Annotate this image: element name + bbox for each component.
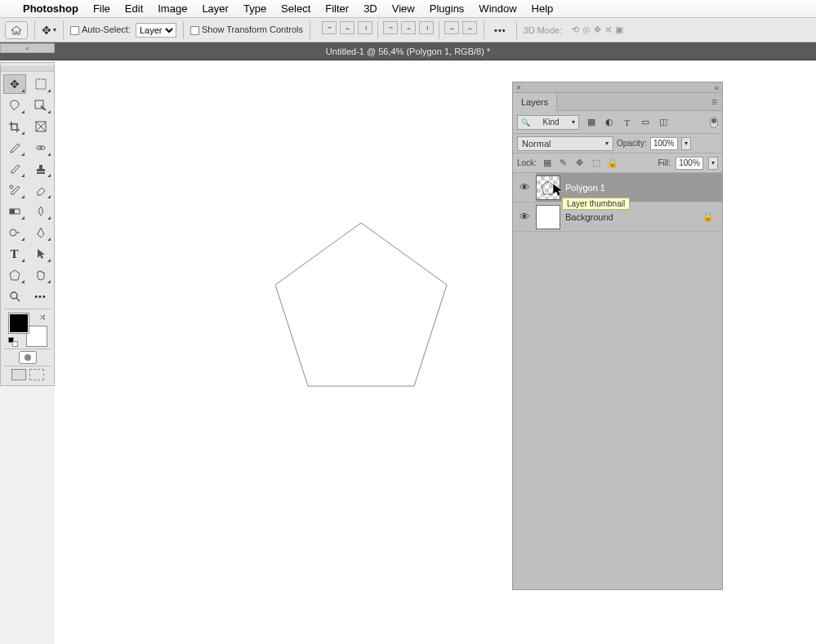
stamp-tool[interactable]	[29, 159, 52, 179]
marquee-tool[interactable]	[29, 74, 52, 94]
screen-mode[interactable]	[1, 369, 54, 380]
tooltip: Layer thumbnail	[562, 198, 630, 210]
panel-header[interactable]: × »	[513, 82, 722, 93]
blend-mode-dropdown[interactable]: Normal ▾	[517, 136, 613, 151]
menu-window[interactable]: Window	[479, 2, 516, 15]
document-title[interactable]: Untitled-1 @ 56,4% (Polygon 1, RGB/8) *	[326, 47, 490, 56]
menu-plugins[interactable]: Plugins	[430, 2, 465, 15]
hand-tool[interactable]	[29, 265, 52, 285]
auto-select-dropdown[interactable]: Layer	[136, 23, 176, 38]
edit-toolbar[interactable]: •••	[29, 286, 52, 306]
menu-filter[interactable]: Filter	[325, 2, 349, 15]
align-center-h-icon[interactable]: ⫠	[340, 21, 354, 34]
auto-select-checkbox[interactable]: Auto-Select:	[70, 24, 131, 35]
lock-position-icon[interactable]: ✥	[574, 158, 586, 169]
opacity-input[interactable]: 100%	[650, 137, 678, 150]
menu-layer[interactable]: Layer	[202, 2, 229, 15]
selection-tool[interactable]	[29, 95, 52, 115]
3d-roll-icon[interactable]: ◎	[582, 24, 591, 35]
opacity-dropdown-icon[interactable]: ▾	[681, 137, 691, 150]
filter-pixel-icon[interactable]: ▦	[585, 116, 597, 128]
swap-colors-icon[interactable]: ⤭	[39, 313, 46, 322]
dodge-tool[interactable]	[3, 223, 26, 242]
lock-artboard-icon[interactable]: ⬚	[591, 158, 602, 169]
align-top-icon[interactable]: ⫟	[383, 21, 398, 34]
close-icon[interactable]: ×	[516, 83, 521, 92]
layers-tab-label: Layers	[521, 97, 548, 107]
tools-header[interactable]	[1, 66, 54, 72]
visibility-icon[interactable]: 👁	[513, 173, 536, 202]
crop-tool[interactable]	[3, 117, 26, 136]
lock-all-icon[interactable]: 🔒	[607, 158, 618, 169]
layer-name[interactable]: Background	[565, 212, 613, 222]
svg-point-12	[10, 229, 16, 236]
menu-type[interactable]: Type	[243, 2, 266, 15]
gradient-tool[interactable]	[3, 202, 26, 221]
type-tool[interactable]: T	[3, 244, 26, 264]
zoom-tool[interactable]	[3, 286, 26, 306]
menu-3d[interactable]: 3D	[363, 2, 377, 15]
history-brush-tool[interactable]	[3, 180, 26, 200]
filter-adjust-icon[interactable]: ◐	[603, 116, 615, 128]
move-tool[interactable]: ✥	[3, 74, 26, 94]
shape-tool[interactable]	[3, 265, 26, 285]
eraser-tool[interactable]	[29, 180, 52, 200]
menu-edit[interactable]: Edit	[125, 2, 143, 15]
lock-transparency-icon[interactable]: ▦	[542, 158, 553, 169]
foreground-color[interactable]	[8, 313, 29, 334]
filter-smart-icon[interactable]: ◫	[657, 116, 669, 128]
pen-tool[interactable]	[29, 223, 52, 242]
layer-name[interactable]: Polygon 1	[565, 183, 605, 193]
lasso-tool[interactable]	[3, 95, 26, 115]
distribute-v-icon[interactable]: ⫠	[462, 21, 477, 34]
brush-tool[interactable]	[3, 159, 26, 179]
more-options-icon[interactable]: •••	[491, 25, 510, 35]
3d-pan-icon[interactable]: ✥	[594, 24, 601, 35]
lock-icon[interactable]: 🔒	[702, 211, 714, 222]
menu-image[interactable]: Image	[158, 2, 187, 15]
svg-rect-11	[10, 209, 15, 214]
panel-menu-icon[interactable]: ≡	[711, 96, 717, 108]
path-select-tool[interactable]	[29, 244, 52, 264]
filter-kind-dropdown[interactable]: 🔍 Kind ▾	[517, 115, 579, 130]
show-transform-checkbox[interactable]: Show Transform Controls	[190, 24, 303, 35]
fill-input[interactable]: 100%	[676, 157, 703, 170]
pentagon-shape[interactable]	[275, 223, 447, 394]
filter-shape-icon[interactable]: ▭	[639, 116, 651, 128]
layer-thumbnail[interactable]	[536, 175, 560, 200]
blur-tool[interactable]	[29, 202, 52, 221]
panel-collapse-handle[interactable]: «	[0, 43, 55, 53]
menu-help[interactable]: Help	[532, 2, 554, 15]
quick-mask-icon[interactable]	[19, 351, 37, 364]
align-middle-icon[interactable]: ⫠	[401, 21, 416, 34]
move-tool-icon[interactable]: ✥	[42, 24, 51, 37]
3d-orbit-icon[interactable]: ⟲	[572, 24, 579, 35]
blend-mode-value: Normal	[522, 139, 551, 149]
app-name[interactable]: Photoshop	[23, 2, 78, 15]
healing-tool[interactable]	[29, 138, 52, 158]
tool-dropdown-icon[interactable]: ▾	[53, 26, 56, 33]
visibility-icon[interactable]: 👁	[513, 211, 536, 223]
menu-select[interactable]: Select	[281, 2, 310, 15]
options-bar: ✥ ▾ Auto-Select: Layer Show Transform Co…	[0, 18, 816, 42]
3d-slide-icon[interactable]: ⤨	[604, 24, 612, 35]
eyedropper-tool[interactable]	[3, 138, 26, 158]
filter-toggle[interactable]	[710, 117, 718, 128]
collapse-icon[interactable]: »	[714, 83, 719, 92]
frame-tool[interactable]	[29, 117, 52, 136]
lock-pixels-icon[interactable]: ✎	[558, 158, 569, 169]
menu-view[interactable]: View	[392, 2, 415, 15]
filter-type-icon[interactable]: T	[621, 116, 633, 128]
default-colors-icon[interactable]	[8, 337, 18, 347]
fill-dropdown-icon[interactable]: ▾	[708, 157, 718, 170]
layers-tab[interactable]: Layers	[513, 93, 557, 111]
align-bottom-icon[interactable]: ⫞	[419, 21, 434, 34]
align-right-icon[interactable]: ⫞	[358, 21, 372, 34]
menu-file[interactable]: File	[93, 2, 110, 15]
layer-thumbnail[interactable]	[536, 205, 560, 229]
align-left-icon[interactable]: ⫟	[322, 21, 337, 34]
lock-row: Lock: ▦ ✎ ✥ ⬚ 🔒 Fill: 100% ▾	[513, 153, 722, 173]
distribute-h-icon[interactable]: ⫠	[444, 21, 459, 34]
3d-camera-icon[interactable]: ▣	[615, 24, 623, 35]
home-button[interactable]	[5, 21, 28, 39]
